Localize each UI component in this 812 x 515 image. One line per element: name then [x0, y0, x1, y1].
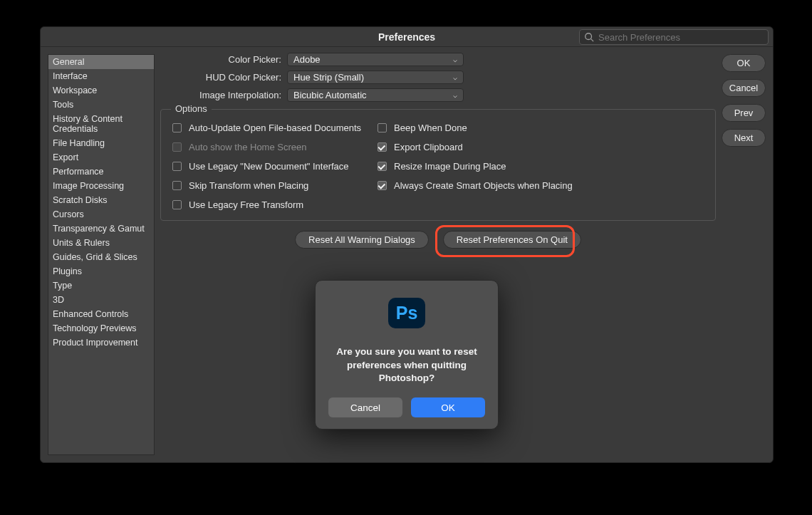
- options-grid: Auto-Update Open File-based DocumentsAut…: [172, 123, 704, 210]
- option-checkbox[interactable]: Beep When Done: [378, 123, 704, 133]
- sidebar-item-file-handling[interactable]: File Handling: [48, 136, 154, 150]
- checkbox-box: [172, 162, 182, 171]
- checkbox-box: [172, 142, 182, 152]
- checkbox-box: [378, 162, 387, 171]
- checkbox-label: Auto-Update Open File-based Documents: [189, 123, 361, 133]
- chevron-down-icon: ⌵: [453, 56, 457, 63]
- reset-all-warning-dialogs-button[interactable]: Reset All Warning Dialogs: [295, 231, 429, 249]
- svg-line-1: [591, 39, 594, 42]
- modal-buttons: Cancel OK: [328, 397, 485, 417]
- label-color-picker: Color Picker:: [160, 54, 281, 65]
- modal-ok-button[interactable]: OK: [411, 397, 485, 417]
- checkbox-box: [172, 181, 182, 190]
- options-frame: Options Auto-Update Open File-based Docu…: [160, 109, 716, 221]
- row-hud-color-picker: HUD Color Picker: Hue Strip (Small) ⌵: [160, 71, 759, 84]
- checkbox-label: Use Legacy Free Transform: [189, 199, 303, 210]
- sidebar-item-plugins[interactable]: Plugins: [48, 264, 154, 279]
- checkbox-label: Skip Transform when Placing: [189, 180, 308, 191]
- window-title: Preferences: [378, 31, 435, 43]
- sidebar-item-scratch-disks[interactable]: Scratch Disks: [48, 193, 154, 207]
- label-image-interpolation: Image Interpolation:: [160, 90, 281, 100]
- checkbox-label: Use Legacy "New Document" Interface: [189, 161, 349, 172]
- search-input[interactable]: [598, 32, 764, 43]
- label-hud-color-picker: HUD Color Picker:: [160, 72, 281, 83]
- sidebar-item-3d[interactable]: 3D: [48, 293, 154, 307]
- options-legend: Options: [171, 103, 212, 114]
- category-sidebar: GeneralInterfaceWorkspaceToolsHistory & …: [48, 54, 155, 455]
- sidebar-item-workspace[interactable]: Workspace: [48, 83, 154, 98]
- option-checkbox: Auto show the Home Screen: [172, 142, 378, 152]
- sidebar-item-guides-grid-slices[interactable]: Guides, Grid & Slices: [48, 250, 154, 264]
- prev-button[interactable]: Prev: [722, 104, 766, 122]
- next-button[interactable]: Next: [722, 129, 766, 147]
- sidebar-item-interface[interactable]: Interface: [48, 69, 154, 83]
- modal-message: Are you sure you want to reset preferenc…: [328, 345, 485, 385]
- dropdown-color-picker-value: Adobe: [293, 54, 321, 65]
- option-checkbox[interactable]: Skip Transform when Placing: [172, 180, 378, 191]
- reset-preferences-on-quit-button[interactable]: Reset Preferences On Quit: [443, 231, 581, 249]
- checkbox-box: [378, 142, 387, 152]
- sidebar-item-product-improvement[interactable]: Product Improvement: [48, 335, 154, 350]
- confirm-reset-modal: Ps Are you sure you want to reset prefer…: [315, 280, 499, 430]
- bottom-buttons: Reset All Warning Dialogs Reset Preferen…: [160, 231, 716, 249]
- checkbox-label: Export Clipboard: [394, 142, 463, 152]
- option-checkbox[interactable]: Resize Image During Place: [378, 161, 704, 172]
- checkbox-label: Always Create Smart Objects when Placing: [394, 180, 573, 191]
- option-checkbox[interactable]: Export Clipboard: [378, 142, 704, 152]
- checkbox-label: Beep When Done: [394, 123, 467, 133]
- search-icon: [584, 32, 594, 42]
- sidebar-item-image-processing[interactable]: Image Processing: [48, 179, 154, 193]
- dropdown-color-picker[interactable]: Adobe ⌵: [287, 53, 464, 66]
- checkbox-box: [172, 200, 182, 209]
- chevron-down-icon: ⌵: [453, 91, 457, 99]
- sidebar-item-tools[interactable]: Tools: [48, 98, 154, 112]
- row-image-interpolation: Image Interpolation: Bicubic Automatic ⌵: [160, 88, 759, 102]
- checkbox-box: [378, 181, 387, 190]
- checkbox-box: [172, 123, 182, 132]
- search-field-wrap[interactable]: [579, 29, 769, 45]
- option-checkbox[interactable]: Use Legacy Free Transform: [172, 199, 378, 210]
- chevron-down-icon: ⌵: [453, 73, 457, 81]
- options-col-right: Beep When DoneExport ClipboardResize Ima…: [378, 123, 704, 210]
- sidebar-item-performance[interactable]: Performance: [48, 165, 154, 179]
- dropdown-image-interpolation[interactable]: Bicubic Automatic ⌵: [287, 88, 464, 102]
- options-col-left: Auto-Update Open File-based DocumentsAut…: [172, 123, 378, 210]
- photoshop-icon: Ps: [388, 298, 425, 328]
- dropdown-image-interpolation-value: Bicubic Automatic: [293, 90, 367, 100]
- ok-button[interactable]: OK: [722, 54, 766, 72]
- modal-cancel-button[interactable]: Cancel: [328, 397, 402, 417]
- checkbox-label: Auto show the Home Screen: [189, 142, 306, 152]
- sidebar-item-type[interactable]: Type: [48, 279, 154, 293]
- right-buttons: OK Cancel Prev Next: [722, 54, 766, 147]
- option-checkbox[interactable]: Always Create Smart Objects when Placing: [378, 180, 704, 191]
- dropdown-hud-color-picker-value: Hue Strip (Small): [293, 72, 364, 83]
- sidebar-item-enhanced-controls[interactable]: Enhanced Controls: [48, 307, 154, 321]
- titlebar: Preferences: [41, 27, 773, 47]
- sidebar-item-transparency-gamut[interactable]: Transparency & Gamut: [48, 222, 154, 236]
- option-checkbox[interactable]: Use Legacy "New Document" Interface: [172, 161, 378, 172]
- sidebar-item-export[interactable]: Export: [48, 150, 154, 165]
- dropdown-hud-color-picker[interactable]: Hue Strip (Small) ⌵: [287, 71, 464, 84]
- option-checkbox[interactable]: Auto-Update Open File-based Documents: [172, 123, 378, 133]
- sidebar-item-history-content-credentials[interactable]: History & Content Credentials: [48, 112, 154, 136]
- sidebar-item-general[interactable]: General: [48, 55, 154, 69]
- checkbox-box: [378, 123, 387, 132]
- row-color-picker: Color Picker: Adobe ⌵: [160, 53, 759, 66]
- checkbox-label: Resize Image During Place: [394, 161, 506, 172]
- sidebar-item-technology-previews[interactable]: Technology Previews: [48, 321, 154, 335]
- svg-point-0: [585, 33, 592, 40]
- sidebar-item-cursors[interactable]: Cursors: [48, 207, 154, 222]
- cancel-button[interactable]: Cancel: [722, 79, 766, 97]
- sidebar-item-units-rulers[interactable]: Units & Rulers: [48, 236, 154, 250]
